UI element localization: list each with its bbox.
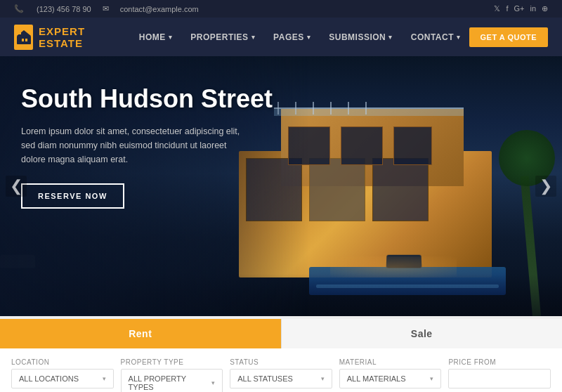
chevron-down-icon: ▾ xyxy=(169,34,173,41)
svg-rect-3 xyxy=(22,39,24,41)
search-row-1: Location ALL LOCATIONS ▾ Property type A… xyxy=(11,358,551,392)
status-label: Status xyxy=(230,358,332,366)
chevron-down-icon: ▾ xyxy=(211,379,215,386)
status-value: ALL STATUSES xyxy=(237,374,293,383)
hero-prev-button[interactable]: ❮ xyxy=(6,176,27,197)
property-type-field: Property type ALL PROPERTY TYPES ▾ xyxy=(121,358,223,392)
price-from-input[interactable] xyxy=(448,369,551,388)
phone-icon: 📞 xyxy=(14,4,24,13)
property-type-value: ALL PROPERTY TYPES xyxy=(129,374,212,391)
email-icon: ✉ xyxy=(103,4,109,13)
location-field: Location ALL LOCATIONS ▾ xyxy=(11,358,114,392)
nav-pages[interactable]: PAGES ▾ xyxy=(265,18,319,56)
svg-rect-2 xyxy=(18,30,21,34)
material-select[interactable]: ALL MATERIALS ▾ xyxy=(339,369,442,388)
chevron-down-icon: ▾ xyxy=(457,34,461,41)
nav-contact[interactable]: CONTACT ▾ xyxy=(403,18,469,56)
material-field: Material ALL MATERIALS ▾ xyxy=(339,358,442,392)
nav-menu: HOME ▾ PROPERTIES ▾ PAGES ▾ SUBMISSION ▾… xyxy=(131,18,469,56)
location-select[interactable]: ALL LOCATIONS ▾ xyxy=(11,369,114,388)
chevron-down-icon: ▾ xyxy=(321,375,325,382)
pinterest-icon[interactable]: ⊕ xyxy=(542,4,548,13)
logo-part1: EXPERT xyxy=(39,25,85,37)
phone-number: (123) 456 78 90 xyxy=(37,5,91,13)
hero-section: South Hudson Street Lorem ipsum dolor si… xyxy=(0,56,562,316)
chevron-down-icon: ▾ xyxy=(307,34,311,41)
hero-description: Lorem ipsum dolor sit amet, consectetuer… xyxy=(21,124,253,166)
status-select[interactable]: ALL STATUSES ▾ xyxy=(230,369,332,388)
google-plus-icon[interactable]: G+ xyxy=(514,4,524,13)
location-value: ALL LOCATIONS xyxy=(19,374,79,383)
property-type-label: Property type xyxy=(121,358,223,366)
chevron-down-icon: ▾ xyxy=(103,375,106,382)
status-field: Status ALL STATUSES ▾ xyxy=(230,358,332,392)
search-tabs: Rent Sale xyxy=(0,319,562,348)
logo-text: EXPERT ESTATE xyxy=(39,25,110,49)
reserve-now-button[interactable]: RESERVE NOW xyxy=(21,183,124,209)
social-links: 𝕏 f G+ in ⊕ xyxy=(494,4,548,13)
svg-rect-4 xyxy=(25,39,27,41)
chevron-down-icon: ▾ xyxy=(430,375,433,382)
location-label: Location xyxy=(11,358,114,366)
price-from-label: Price from xyxy=(448,358,551,366)
logo-icon xyxy=(14,25,33,50)
logo-part2: ESTATE xyxy=(39,37,83,49)
nav-properties[interactable]: PROPERTIES ▾ xyxy=(182,18,263,56)
top-bar: 📞 (123) 456 78 90 ✉ contact@example.com … xyxy=(0,0,562,18)
material-label: Material xyxy=(339,358,442,366)
facebook-icon[interactable]: f xyxy=(506,4,508,13)
chevron-down-icon: ▾ xyxy=(251,34,256,41)
linkedin-icon[interactable]: in xyxy=(530,4,536,13)
twitter-icon[interactable]: 𝕏 xyxy=(494,4,500,13)
property-type-select[interactable]: ALL PROPERTY TYPES ▾ xyxy=(121,369,223,392)
hero-title: South Hudson Street xyxy=(21,84,281,113)
top-bar-contact: 📞 (123) 456 78 90 ✉ contact@example.com xyxy=(14,4,199,13)
price-from-field: Price from xyxy=(448,358,551,392)
hero-content: South Hudson Street Lorem ipsum dolor si… xyxy=(21,84,281,209)
navbar: EXPERT ESTATE HOME ▾ PROPERTIES ▾ PAGES … xyxy=(0,18,562,56)
hero-next-button[interactable]: ❯ xyxy=(535,176,556,197)
nav-submission[interactable]: SUBMISSION ▾ xyxy=(320,18,401,56)
get-quote-button[interactable]: GET A QUOTE xyxy=(469,27,548,47)
email-address: contact@example.com xyxy=(120,5,199,13)
material-value: ALL MATERIALS xyxy=(347,374,406,383)
logo[interactable]: EXPERT ESTATE xyxy=(14,25,110,50)
chevron-down-icon: ▾ xyxy=(388,34,393,41)
search-panel: Rent Sale Location ALL LOCATIONS ▾ Prope… xyxy=(0,316,562,392)
search-form: Location ALL LOCATIONS ▾ Property type A… xyxy=(0,348,562,392)
tab-sale[interactable]: Sale xyxy=(281,319,563,348)
tab-rent[interactable]: Rent xyxy=(0,319,281,348)
nav-home[interactable]: HOME ▾ xyxy=(131,18,181,56)
